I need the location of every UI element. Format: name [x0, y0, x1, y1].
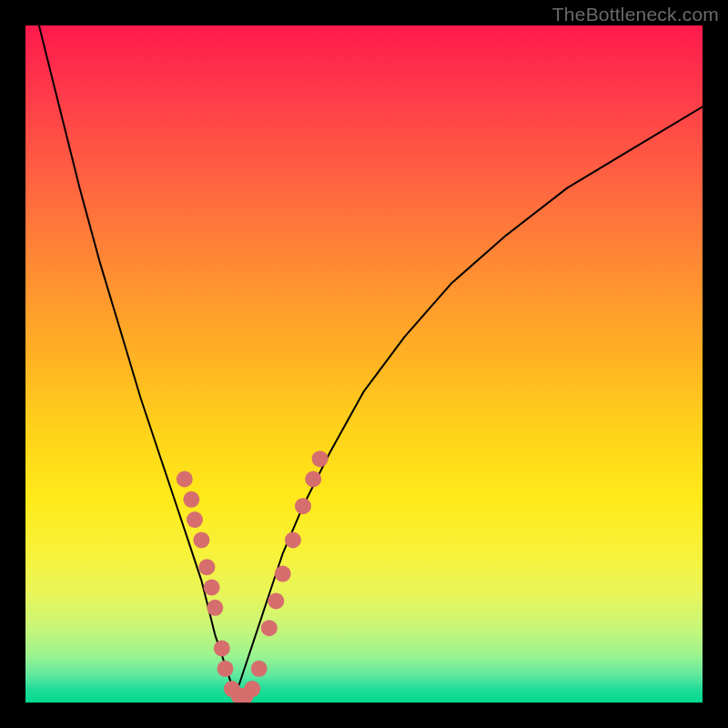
marker-dot: [207, 600, 223, 616]
plot-area: [25, 25, 703, 703]
marker-dot: [187, 511, 203, 528]
chart-frame: TheBottleneck.com: [0, 0, 728, 728]
marker-dot: [275, 566, 291, 582]
marker-dot: [204, 580, 220, 596]
marker-dot: [251, 661, 268, 677]
watermark-text: TheBottleneck.com: [552, 4, 719, 25]
marker-dot: [244, 681, 260, 697]
marker-dot: [295, 498, 311, 514]
marker-dot: [217, 661, 234, 677]
marker-dot: [261, 620, 278, 636]
marker-dot: [305, 471, 321, 488]
marker-dot: [214, 641, 230, 657]
chart-svg: [25, 25, 703, 703]
marker-dot: [285, 531, 301, 548]
marker-dot: [198, 559, 215, 575]
marker-dots: [177, 450, 329, 703]
bottleneck-curve: [39, 25, 703, 696]
marker-dot: [193, 531, 209, 548]
marker-dot: [183, 491, 199, 508]
marker-dot: [312, 450, 329, 467]
curve-left-branch: [39, 25, 236, 696]
curve-right-branch: [236, 106, 703, 695]
marker-dot: [177, 471, 193, 488]
marker-dot: [268, 592, 284, 609]
